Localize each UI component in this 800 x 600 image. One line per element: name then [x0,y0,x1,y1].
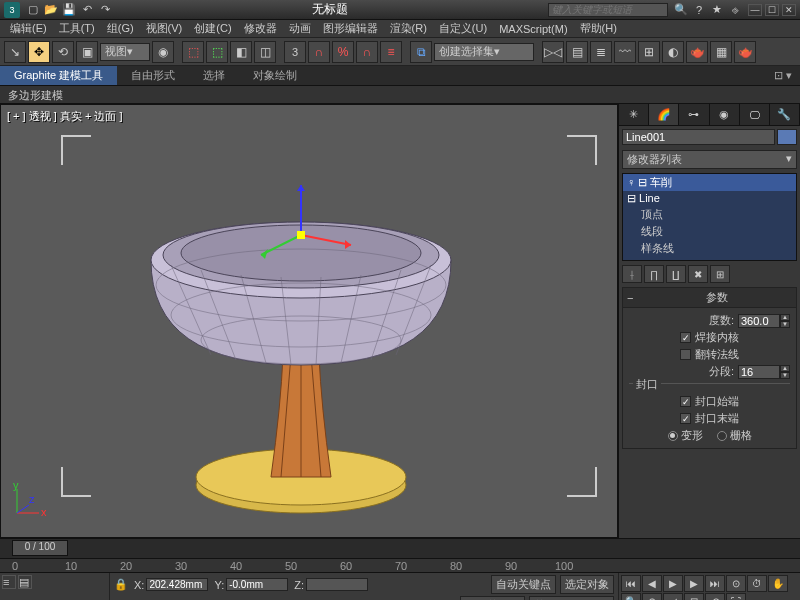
menu-customize[interactable]: 自定义(U) [433,21,493,36]
time-config-icon[interactable]: ⏱ [747,575,767,592]
stack-item-line[interactable]: ⊟ Line [623,191,796,206]
stack-sub-spline[interactable]: 样条线 [623,240,796,257]
stack-item-lathe[interactable]: ♀ ⊟ 车削 [623,174,796,191]
pan-icon[interactable]: ✋ [768,575,788,592]
menu-edit[interactable]: 编辑(E) [4,21,53,36]
stack-sub-vertex[interactable]: 顶点 [623,206,796,223]
redo-icon[interactable]: ↷ [98,3,112,17]
mirror-button[interactable]: ▷◁ [542,41,564,63]
edged-snap-icon[interactable]: ≡ [380,41,402,63]
goto-start-icon[interactable]: ⏮ [621,575,641,592]
maximize-button[interactable]: ☐ [765,4,779,16]
scale-button[interactable]: ▣ [76,41,98,63]
segments-spinner[interactable]: ▲▼ [738,365,790,379]
play-icon[interactable]: ▶ [663,575,683,592]
select-link-button[interactable]: ↘ [4,41,26,63]
stack-sub-segment[interactable]: 线段 [623,223,796,240]
open-icon[interactable]: 📂 [44,3,58,17]
script-mini-icon[interactable]: ≡ [2,575,16,589]
pin-stack-icon[interactable]: ⟊ [622,265,642,283]
menu-maxscript[interactable]: MAXScript(M) [493,23,573,35]
goto-end-icon[interactable]: ⏭ [705,575,725,592]
render-setup-button[interactable]: 🫖 [686,41,708,63]
signin-icon[interactable]: ⎆ [728,3,742,17]
zoom-icon[interactable]: 🔍 [621,593,641,600]
window-crossing-button[interactable]: ◫ [254,41,276,63]
z-coord-input[interactable] [306,578,368,591]
tab-freeform[interactable]: 自由形式 [117,66,189,85]
tab-paint[interactable]: 对象绘制 [239,66,311,85]
menu-help[interactable]: 帮助(H) [574,21,623,36]
help-icon[interactable]: ? [692,3,706,17]
named-selset-icon[interactable]: ⧉ [410,41,432,63]
collapse-icon[interactable]: − [627,292,637,304]
menu-create[interactable]: 创建(C) [188,21,237,36]
x-coord-input[interactable] [146,578,208,591]
script-open-icon[interactable]: ▤ [18,575,32,589]
orbit-icon[interactable]: ⟲ [705,593,725,600]
configure-sets-icon[interactable]: ⊞ [710,265,730,283]
angle-snap-icon[interactable]: ∩ [308,41,330,63]
flip-normals-checkbox[interactable]: 翻转法线 [629,347,790,362]
render-frame-button[interactable]: ▦ [710,41,732,63]
undo-icon[interactable]: ↶ [80,3,94,17]
lock-icon[interactable]: 🔒 [114,578,128,591]
spinner-snap-icon[interactable]: ∩ [356,41,378,63]
render-button[interactable]: 🫖 [734,41,756,63]
grid-radio[interactable]: 栅格 [717,428,752,443]
key-mode-icon[interactable]: ⊙ [726,575,746,592]
frame-slider[interactable]: 0 / 100 [12,540,68,556]
degrees-spinner[interactable]: ▲▼ [738,314,790,328]
viewport[interactable]: [ + ] 透视 ] 真实 + 边面 ] [0,104,618,538]
menu-tools[interactable]: 工具(T) [53,21,101,36]
weld-core-checkbox[interactable]: ✓焊接内核 [629,330,790,345]
modifier-stack[interactable]: ♀ ⊟ 车削 ⊟ Line 顶点 线段 样条线 [622,173,797,261]
new-icon[interactable]: ▢ [26,3,40,17]
menu-view[interactable]: 视图(V) [140,21,189,36]
tab-selection[interactable]: 选择 [189,66,239,85]
modifier-list-combo[interactable]: 修改器列表▾ [622,150,797,169]
menu-animation[interactable]: 动画 [283,21,317,36]
save-icon[interactable]: 💾 [62,3,76,17]
binoculars-icon[interactable]: 🔍 [674,3,688,17]
pivot-button[interactable]: ◉ [152,41,174,63]
zoom-extents-icon[interactable]: ⊡ [684,593,704,600]
rotate-button[interactable]: ⟲ [52,41,74,63]
zoom-all-icon[interactable]: ⊕ [642,593,662,600]
schematic-button[interactable]: ⊞ [638,41,660,63]
menu-modifiers[interactable]: 修改器 [238,21,283,36]
maximize-viewport-icon[interactable]: ⛶ [726,593,746,600]
refcoord-combo[interactable]: 视图 ▾ [100,43,150,61]
fov-icon[interactable]: ◢ [663,593,683,600]
time-ruler[interactable]: 0 10 20 30 40 50 60 70 80 90 100 [0,558,800,572]
select-region-button[interactable]: ◧ [230,41,252,63]
ribbon-collapse-icon[interactable]: ⊡ ▾ [766,69,800,82]
select-name-button[interactable]: ⬚ [206,41,228,63]
keyfilter-button[interactable]: 关键点过滤器... [529,596,614,600]
close-button[interactable]: ✕ [782,4,796,16]
create-tab-icon[interactable]: ✳ [619,104,649,125]
object-color-swatch[interactable] [777,129,797,145]
snap-toggle[interactable]: 3 [284,41,306,63]
help-search-input[interactable] [548,3,668,17]
autokey-button[interactable]: 自动关键点 [491,575,556,594]
minimize-button[interactable]: — [748,4,762,16]
ribbon-panel-label[interactable]: 多边形建模 [0,86,800,104]
selected-button[interactable]: 选定对象 [560,575,614,594]
hierarchy-tab-icon[interactable]: ⊶ [679,104,709,125]
menu-render[interactable]: 渲染(R) [384,21,433,36]
time-slider[interactable]: 0 / 100 [0,538,800,558]
show-end-result-icon[interactable]: ∏ [644,265,664,283]
select-button[interactable]: ⬚ [182,41,204,63]
curve-editor-button[interactable]: 〰 [614,41,636,63]
next-frame-icon[interactable]: ▶ [684,575,704,592]
percent-snap-icon[interactable]: % [332,41,354,63]
layers-button[interactable]: ≣ [590,41,612,63]
object-name-input[interactable] [622,129,775,145]
setkey-button[interactable]: 设置关键点 [460,596,525,600]
remove-modifier-icon[interactable]: ✖ [688,265,708,283]
app-logo[interactable]: 3 [4,2,20,18]
y-coord-input[interactable] [226,578,288,591]
make-unique-icon[interactable]: ∐ [666,265,686,283]
utilities-tab-icon[interactable]: 🔧 [770,104,800,125]
